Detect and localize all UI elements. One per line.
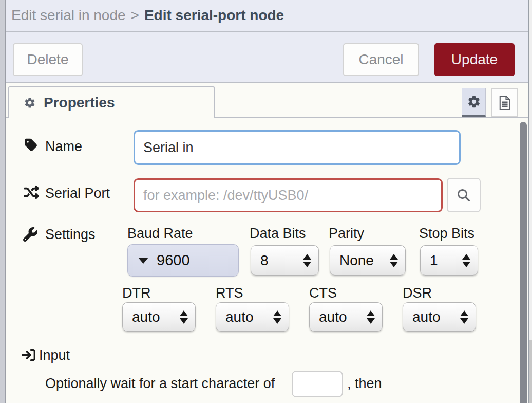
update-button[interactable]: Update [434,43,515,76]
tab-properties[interactable]: Properties [8,86,215,118]
page-scrollbar-thumb[interactable] [529,340,532,403]
cts-label: CTS [309,285,337,301]
up-down-arrows-icon [390,254,398,267]
breadcrumb-parent[interactable]: Edit serial in node [11,7,126,24]
baud-rate-dropdown[interactable]: 9600 [127,244,239,277]
stop-bits-label: Stop Bits [419,226,474,242]
document-icon [497,95,512,111]
dtr-value: auto [132,309,160,325]
stop-bits-value: 1 [430,252,438,269]
up-down-arrows-icon [180,310,188,324]
gear-icon [467,95,481,109]
breadcrumb-separator: > [131,7,139,24]
serial-port-label: Serial Port [45,186,110,202]
up-down-arrows-icon [460,310,468,324]
parity-label: Parity [329,226,364,242]
data-bits-label: Data Bits [250,226,306,242]
tab-bar: Properties [6,83,528,118]
stop-bits-select[interactable]: 1 [420,245,478,276]
wrench-icon [23,227,37,242]
description-toolbar-button[interactable] [491,88,518,117]
properties-toolbar-button[interactable] [462,88,486,117]
cts-select[interactable]: auto [309,302,383,332]
settings-label: Settings [45,227,96,243]
caret-down-icon [138,258,148,264]
gear-icon [24,97,36,109]
delete-button[interactable]: Delete [13,43,83,76]
up-down-arrows-icon [273,310,281,324]
serial-port-input[interactable] [134,178,443,212]
tag-icon [25,138,39,152]
dsr-select[interactable]: auto [403,302,476,332]
parity-select[interactable]: None [330,245,406,276]
dsr-value: auto [412,309,441,325]
tab-properties-label: Properties [44,95,115,111]
sign-in-icon [22,348,35,362]
workspace-backdrop [0,0,6,403]
cancel-button[interactable]: Cancel [343,43,419,76]
search-icon [456,188,471,203]
dtr-label: DTR [122,285,151,301]
data-bits-value: 8 [260,252,269,269]
rts-label: RTS [216,285,243,301]
wait-text-after: , then [347,376,382,392]
edit-serial-port-dialog: Edit serial in node > Edit serial-port n… [0,0,532,403]
name-label: Name [45,139,82,155]
start-character-input[interactable] [292,371,343,397]
rts-value: auto [225,309,254,325]
dtr-select[interactable]: auto [122,302,196,332]
name-input[interactable] [134,130,461,165]
serial-port-search-button[interactable] [447,178,481,212]
up-down-arrows-icon [462,254,470,267]
rts-select[interactable]: auto [216,302,289,332]
tray-toolbar: Delete Cancel Update [6,32,528,83]
tray-header: Edit serial in node > Edit serial-port n… [6,0,528,32]
baud-rate-label: Baud Rate [127,226,193,242]
up-down-arrows-icon [367,310,375,324]
edit-tray: Edit serial in node > Edit serial-port n… [6,0,529,403]
up-down-arrows-icon [303,254,311,267]
breadcrumb-current: Edit serial-port node [144,7,284,24]
input-section-label: Input [39,347,70,363]
parity-value: None [339,252,374,269]
data-bits-select[interactable]: 8 [251,245,319,276]
baud-rate-value: 9600 [157,252,190,269]
shuffle-icon [23,185,40,200]
properties-form: Name Serial Port Settings [6,118,528,403]
dsr-label: DSR [403,285,432,301]
wait-text-before: Optionally wait for a start character of [45,376,275,392]
tray-scrollbar-thumb[interactable] [520,122,527,403]
cts-value: auto [319,309,347,325]
